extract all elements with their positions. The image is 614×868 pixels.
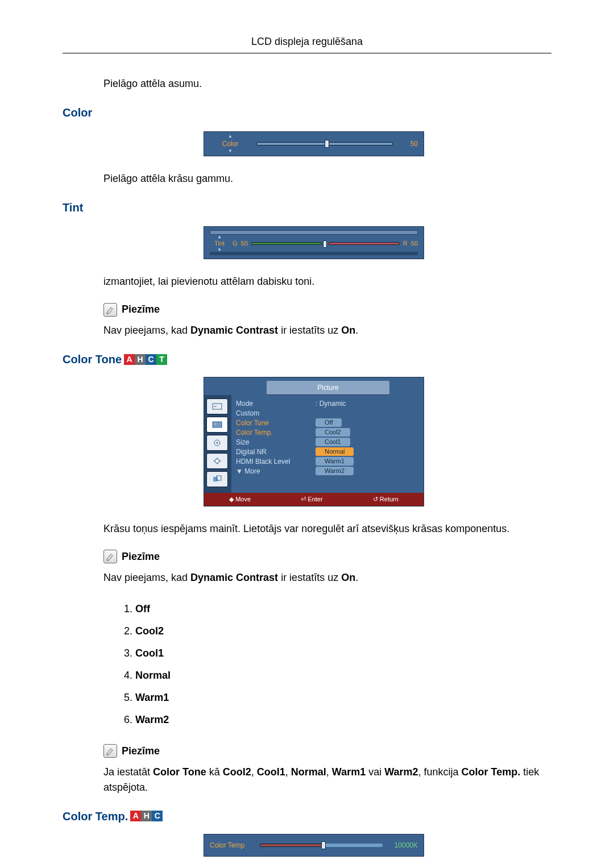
page-header: LCD displeja regulēšana [63, 34, 551, 49]
menu-chip-cool1[interactable]: Cool1 [316, 438, 350, 446]
tint-r-value: 50 [411, 239, 418, 248]
tag-t-icon: T [156, 354, 167, 365]
heading-colortone: Color Tone [63, 351, 122, 368]
osd-color-track[interactable] [256, 142, 393, 146]
osd-color-value: 50 [399, 139, 418, 149]
osd-menu-footer: ◆ Move ⏎ Enter ↺ Return [204, 493, 424, 506]
osd-menu-title: Picture [267, 381, 389, 395]
note-icon [103, 744, 117, 758]
osd-color-slider: ▲ Color ▼ 50 [204, 131, 424, 156]
note-label: Piezīme [122, 744, 160, 759]
osd-color-label: ▲ Color ▼ [210, 134, 251, 153]
tag-h-icon: H [141, 811, 152, 821]
arrow-up-icon: ▲ [210, 134, 251, 139]
mode-tags: A H C T [124, 354, 167, 365]
sidebar-icon-multi[interactable] [206, 471, 228, 487]
tint-note-text: Nav pieejams, kad Dynamic Contrast ir ie… [103, 323, 551, 338]
menu-row-more[interactable]: ▼ More [236, 466, 316, 476]
arrow-down-icon: ▼ [210, 149, 251, 153]
osd-colortemp-track[interactable] [260, 844, 383, 847]
note-row: Piezīme [103, 744, 551, 759]
heading-colortemp: Color Temp. [63, 808, 128, 825]
note-icon [103, 303, 117, 317]
svg-point-2 [214, 423, 217, 425]
footer-enter: ⏎ Enter [301, 495, 322, 504]
menu-row-hdmiblack[interactable]: HDMI Black Level [236, 456, 316, 467]
menu-row-colortone[interactable]: Color Tone [236, 418, 316, 428]
footer-return: ↺ Return [373, 495, 399, 504]
osd-tint-track-r[interactable] [329, 242, 400, 245]
osd-colortemp-value: 10000K [388, 840, 418, 850]
osd-tint-slider: ▲ Tint ▼ G 50 R 50 [204, 226, 424, 259]
list-item: Cool1 [135, 642, 551, 665]
osd-colortemp-slider: Color Temp 10000K [204, 834, 424, 857]
menu-row-custom[interactable]: Custom [236, 408, 316, 418]
menu-row-size[interactable]: Size [236, 437, 316, 447]
tag-h-icon: H [135, 354, 146, 365]
list-item: Normal [135, 665, 551, 687]
tag-a-icon: A [130, 811, 141, 821]
osd-menu-main: Mode: Dynamic Custom Color ToneOff Color… [231, 395, 424, 493]
arrow-down-icon: ▼ [210, 248, 229, 252]
tint-description: izmantojiet, lai pievienotu attēlam dabi… [103, 274, 551, 289]
svg-rect-6 [213, 477, 218, 481]
tint-g-value: 50 [241, 239, 248, 248]
footer-move: ◆ Move [229, 495, 251, 504]
tint-r-label: R [403, 239, 408, 248]
osd-tint-track-g[interactable] [251, 242, 322, 245]
intro-paragraph: Pielāgo attēla asumu. [103, 76, 551, 92]
tag-a-icon: A [124, 354, 135, 365]
colortone-description: Krāsu toņus iespējams mainīt. Lietotājs … [103, 521, 551, 537]
tag-c-icon: C [146, 354, 156, 365]
menu-row-colortemp[interactable]: Color Temp. [236, 427, 316, 438]
menu-chip-normal[interactable]: Normal [316, 447, 354, 456]
colortone-note2-text: Ja iestatāt Color Tone kā Cool2, Cool1, … [103, 765, 551, 795]
colortone-note-text: Nav pieejams, kad Dynamic Contrast ir ie… [103, 570, 551, 585]
list-item: Warm1 [135, 687, 551, 709]
tint-g-label: G [233, 239, 238, 248]
menu-chip-cool2[interactable]: Cool2 [316, 428, 350, 437]
tag-c-icon: C [152, 811, 163, 821]
sidebar-icon-setup[interactable] [206, 453, 228, 469]
list-item: Cool2 [135, 620, 551, 642]
osd-tint-thumb[interactable] [323, 240, 327, 248]
color-description: Pielāgo attēla krāsu gammu. [103, 171, 551, 186]
menu-row-mode[interactable]: Mode [236, 398, 316, 409]
osd-color-thumb[interactable] [325, 140, 329, 148]
note-icon [103, 550, 117, 563]
note-label: Piezīme [122, 302, 160, 317]
heading-tint: Tint [63, 199, 551, 216]
menu-chip-off[interactable]: Off [316, 418, 342, 427]
svg-rect-1 [213, 422, 222, 427]
sidebar-icon-sound[interactable] [206, 435, 228, 451]
svg-point-5 [215, 459, 219, 463]
colortone-options-list: Off Cool2 Cool1 Normal Warm1 Warm2 [124, 598, 551, 731]
mode-tags: A H C [130, 811, 163, 821]
svg-point-4 [217, 442, 218, 444]
note-label: Piezīme [122, 549, 160, 564]
list-item: Warm2 [135, 709, 551, 731]
osd-menu-sidebar [204, 395, 231, 493]
osd-picture-menu: Picture Mode: Dynamic Custom Color ToneO… [204, 377, 424, 506]
menu-chip-warm2[interactable]: Warm2 [316, 467, 354, 475]
sidebar-icon-input[interactable] [206, 398, 228, 414]
osd-colortemp-thumb[interactable] [321, 841, 326, 849]
heading-color: Color [63, 104, 551, 121]
osd-tint-label: ▲ Tint ▼ [210, 235, 229, 252]
osd-colortemp-label: Color Temp [210, 840, 254, 850]
arrow-up-icon: ▲ [210, 235, 229, 239]
list-item: Off [135, 598, 551, 620]
note-row: Piezīme [103, 302, 551, 317]
note-row: Piezīme [103, 549, 551, 564]
sidebar-icon-picture[interactable] [206, 417, 228, 433]
menu-chip-warm1[interactable]: Warm1 [316, 457, 354, 466]
menu-row-digitalnr[interactable]: Digital NR [236, 447, 316, 457]
